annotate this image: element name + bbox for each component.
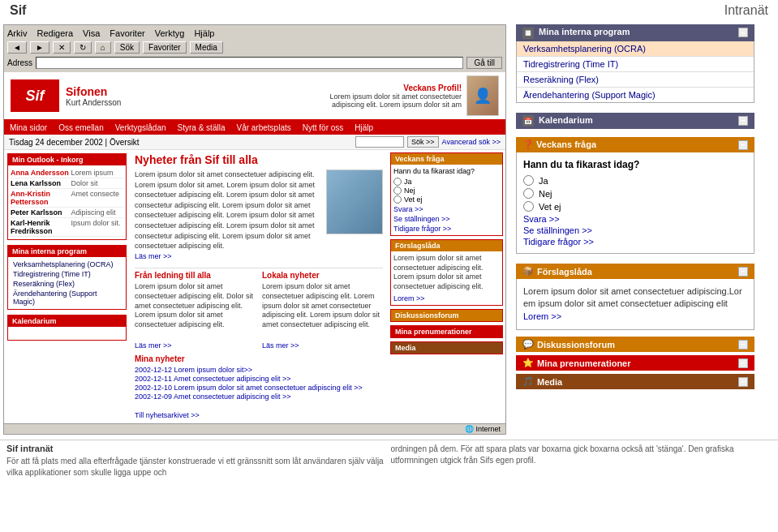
mina-nyheter-item-3[interactable]: 2002-12-09 Amet consectetuer adipiscing … [135, 393, 383, 401]
stop-button[interactable]: ✕ [53, 41, 71, 54]
vf-radio-ja[interactable] [393, 178, 402, 186]
nyheter-section: Nyheter från Sif till alla Lorem ipsum d… [135, 153, 383, 261]
search-button[interactable]: Sök [114, 41, 140, 54]
search-input[interactable] [355, 136, 404, 148]
diskussion-icon: 💬 [522, 339, 534, 350]
menu-hjalp[interactable]: Hjälp [194, 28, 214, 38]
forslagslada-link[interactable]: Lorem >> [393, 294, 425, 302]
prenumerationer-header[interactable]: Mina prenumerationer [391, 326, 502, 337]
rp-forslagslada-link[interactable]: Lorem >> [523, 311, 561, 321]
media-button[interactable]: Media [190, 41, 223, 54]
forslagslada-header: Förslagslåda [391, 240, 502, 251]
rp-forslagslada-header: 📦 Förslagslåda − [516, 264, 754, 279]
mina-nyheter-item-1[interactable]: 2002-12-11 Amet consectetuer adipiscing … [135, 375, 383, 383]
favorites-button[interactable]: Favoriter [143, 41, 186, 54]
nav-hjalp[interactable]: Hjälp [349, 121, 379, 135]
rp-se-stallningen-link[interactable]: Se ställningen >> [523, 225, 747, 235]
forward-button[interactable]: ► [30, 41, 49, 54]
minimize-mina-program[interactable]: − [738, 28, 748, 37]
menu-arkiv[interactable]: Arkiv [7, 28, 27, 38]
sif-main-content: Nyheter från Sif till alla Lorem ipsum d… [130, 150, 388, 423]
program-item-support[interactable]: Ärendehantering (Support Magic) [11, 289, 123, 307]
rp-vf-radio-vetej[interactable] [523, 201, 534, 212]
media-header[interactable]: Media [391, 342, 502, 354]
veckans-fraga-widget: Veckans fråga Hann du ta fikarast idag? … [390, 152, 503, 236]
rp-tidigare-fragor-link[interactable]: Tidigare frågor >> [523, 237, 747, 247]
vf-radio-nej[interactable] [393, 187, 402, 195]
fran-ledning-title: Från ledning till alla [135, 271, 256, 280]
goto-button[interactable]: Gå till [466, 57, 502, 69]
nav-styra-stalla[interactable]: Styra & ställa [172, 121, 231, 135]
rp-vf-body: Hann du ta fikarast idag? Ja Nej Vet ej … [516, 152, 754, 254]
minimize-media[interactable]: − [738, 377, 748, 387]
nav-var-arbetsplats[interactable]: Vår arbetsplats [230, 121, 296, 135]
rp-vf-radio-nej[interactable] [523, 188, 534, 199]
nav-oss-emellan[interactable]: Oss emellan [53, 121, 110, 135]
kalendarium-body [8, 327, 126, 340]
rp-media-header[interactable]: 🎵 Media − [516, 374, 754, 389]
nyhetsarkiv-link[interactable]: Till nyhetsarkivet >> [135, 411, 383, 419]
nav-verktygsladan[interactable]: Verktygslådan [110, 121, 172, 135]
kalendarium-widget: Kalendarium [7, 315, 127, 341]
rp-vf-radio-ja[interactable] [523, 175, 534, 186]
rp-prenumerationer: ⭐ Mina prenumerationer − [516, 355, 754, 371]
tidigare-fragor-link[interactable]: Tidigare frågor >> [393, 225, 500, 233]
minimize-forslagslada[interactable]: − [738, 267, 748, 277]
home-button[interactable]: ⌂ [95, 41, 111, 54]
rp-item-flex[interactable]: Reseräkning (Flex) [517, 72, 754, 88]
lokala-nyheter-col: Lokala nyheter Lorem ipsum dolor sit ame… [262, 271, 383, 349]
se-stallningen-link[interactable]: Se ställningen >> [393, 215, 500, 223]
nav-nytt[interactable]: Nytt för oss [297, 121, 350, 135]
rp-item-support[interactable]: Ärendehantering (Support Magic) [517, 88, 754, 102]
veckans-fraga-question: Hann du ta fikarast idag? [393, 167, 500, 175]
lokala-nyheter-las-mer[interactable]: Läs mer >> [262, 341, 299, 350]
svara-link[interactable]: Svara >> [393, 205, 500, 213]
minimize-diskussion[interactable]: − [738, 340, 748, 350]
vf-option-ja: Ja [393, 178, 500, 186]
search-submit-button[interactable]: Sök >> [407, 136, 439, 148]
nav-mina-sidor[interactable]: Mina sidor [4, 121, 53, 135]
mina-program-widget: Mina interna program Verksamhetsplanerin… [7, 245, 127, 310]
mina-nyheter-item-0[interactable]: 2002-12-12 Lorem ipsum dolor sit>> [135, 366, 383, 374]
menu-favoriter[interactable]: Favoriter [110, 28, 144, 38]
rp-svara-link[interactable]: Svara >> [523, 214, 747, 224]
page-header: Sif Intranät [0, 0, 778, 21]
inbox-row[interactable]: Karl-Henrik Fredriksson Ipsum dolor sit. [11, 218, 123, 237]
rp-item-ocra[interactable]: Verksamhetsplanering (OCRA) [517, 41, 754, 57]
nyheter-las-mer[interactable]: Läs mer >> [135, 252, 172, 260]
weekly-profile-title: Veckans Profil! [299, 84, 462, 92]
program-item-timeit[interactable]: Tidregistrering (Time IT) [11, 269, 123, 279]
back-button[interactable]: ◄ [7, 41, 27, 54]
minimize-kalendarium[interactable]: − [738, 116, 748, 126]
nyheter-photo [326, 169, 383, 234]
rp-forslagslada-body: Lorem ipsum dolor sit amet consectetuer … [516, 279, 754, 330]
lokala-nyheter-text: Lorem ipsum dolor sit amet consectetuer … [262, 282, 383, 329]
diskussionsforum-header[interactable]: Diskussionsforum [391, 310, 502, 321]
date-text: Tisdag 24 december 2002 | Översikt [9, 138, 140, 147]
inbox-row[interactable]: Peter Karlsson Adipiscing elit [11, 208, 123, 218]
program-item-flex[interactable]: Reseräkning (Flex) [11, 279, 123, 289]
menu-visa[interactable]: Visa [83, 28, 100, 38]
program-item-ocra[interactable]: Verksamhetsplanering (OCRA) [11, 260, 123, 269]
browser-addressbar: Adress Gå till [7, 55, 502, 71]
prenumerationer-widget: Mina prenumerationer [390, 325, 503, 338]
vf-radio-vetej[interactable] [393, 195, 402, 204]
inbox-row[interactable]: Ann-Kristin Pettersson Amet consecte [11, 189, 123, 208]
fran-ledning-text: Lorem ipsum dolor sit amet consectetuer … [135, 282, 256, 329]
rp-prenumerationer-header[interactable]: ⭐ Mina prenumerationer − [516, 355, 754, 371]
menu-verktyg[interactable]: Verktyg [155, 28, 185, 38]
rp-item-timeit[interactable]: Tidregistrering (Time IT) [517, 57, 754, 72]
inbox-row[interactable]: Anna Andersson Lorem ipsum [11, 168, 123, 178]
inbox-row[interactable]: Lena Karlsson Dolor sit [11, 178, 123, 189]
sif-page: Sif Sifonen Kurt Andersson Veckans Profi… [4, 72, 505, 423]
advanced-search-link[interactable]: Avancerad sök >> [442, 138, 501, 146]
fran-ledning-las-mer[interactable]: Läs mer >> [135, 341, 172, 350]
nyheter-content: Lorem ipsum dolor sit amet consectetuer … [135, 169, 383, 261]
address-input[interactable] [36, 57, 463, 69]
mina-nyheter-item-2[interactable]: 2002-12-10 Lorem ipsum dolor sit amet co… [135, 384, 383, 392]
menu-redigera[interactable]: Redigera [37, 28, 73, 38]
rp-diskussionsforum-header[interactable]: 💬 Diskussionsforum − [516, 337, 754, 352]
minimize-vf[interactable]: − [738, 140, 748, 150]
minimize-pren[interactable]: − [738, 358, 748, 368]
refresh-button[interactable]: ↻ [74, 41, 92, 54]
